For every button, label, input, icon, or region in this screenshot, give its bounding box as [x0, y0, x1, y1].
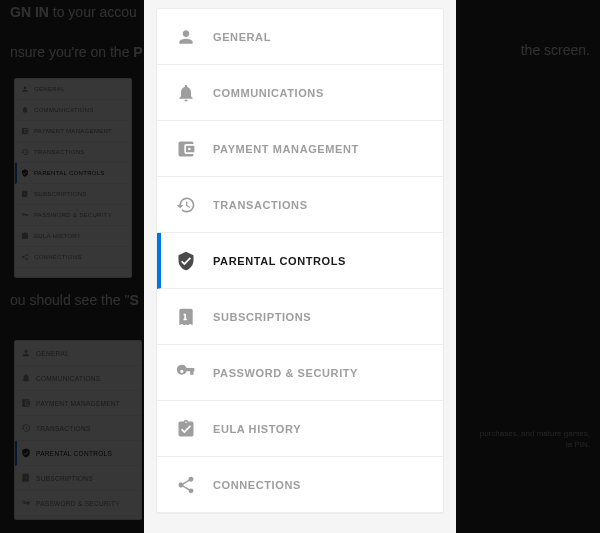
menu-item-label: PARENTAL CONTROLS: [213, 255, 346, 267]
bell-icon: [175, 82, 197, 104]
menu-item-label: TRANSACTIONS: [213, 199, 308, 211]
menu-item-eula-history[interactable]: EULA HISTORY: [157, 401, 443, 457]
menu-item-communications[interactable]: COMMUNICATIONS: [157, 65, 443, 121]
history-icon: [175, 194, 197, 216]
key-icon: [175, 362, 197, 384]
menu-item-label: EULA HISTORY: [213, 423, 301, 435]
account-settings-menu: GENERAL COMMUNICATIONS PAYMENT MANAGEMEN…: [156, 8, 444, 514]
account-settings-sidebar-panel: GENERAL COMMUNICATIONS PAYMENT MANAGEMEN…: [144, 0, 456, 533]
share-icon: [175, 474, 197, 496]
clipboard-icon: [175, 418, 197, 440]
menu-item-label: SUBSCRIPTIONS: [213, 311, 311, 323]
menu-item-label: PASSWORD & SECURITY: [213, 367, 358, 379]
menu-item-parental-controls[interactable]: PARENTAL CONTROLS: [157, 233, 443, 289]
menu-item-password-security[interactable]: PASSWORD & SECURITY: [157, 345, 443, 401]
menu-item-subscriptions[interactable]: SUBSCRIPTIONS: [157, 289, 443, 345]
menu-item-transactions[interactable]: TRANSACTIONS: [157, 177, 443, 233]
person-icon: [175, 26, 197, 48]
menu-item-connections[interactable]: CONNECTIONS: [157, 457, 443, 513]
menu-item-payment-management[interactable]: PAYMENT MANAGEMENT: [157, 121, 443, 177]
shield-check-icon: [175, 250, 197, 272]
wallet-icon: [175, 138, 197, 160]
menu-item-label: CONNECTIONS: [213, 479, 301, 491]
menu-item-general[interactable]: GENERAL: [157, 9, 443, 65]
receipt-icon: [175, 306, 197, 328]
menu-item-label: COMMUNICATIONS: [213, 87, 324, 99]
menu-item-label: PAYMENT MANAGEMENT: [213, 143, 359, 155]
menu-item-label: GENERAL: [213, 31, 271, 43]
